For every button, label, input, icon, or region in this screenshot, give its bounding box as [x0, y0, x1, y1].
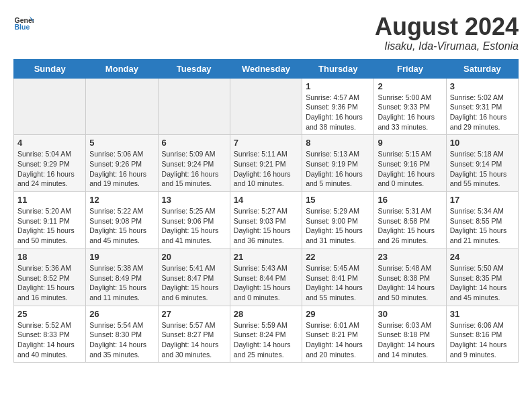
weekday-header: Thursday: [302, 59, 374, 78]
day-number: 2: [378, 81, 442, 91]
day-number: 18: [17, 252, 82, 262]
day-info: Sunrise: 5:38 AM Sunset: 8:49 PM Dayligh…: [89, 263, 154, 303]
logo: General Blue: [13, 13, 36, 34]
calendar-cell: 12Sunrise: 5:22 AM Sunset: 9:08 PM Dayli…: [86, 192, 158, 249]
day-info: Sunrise: 5:41 AM Sunset: 8:47 PM Dayligh…: [162, 263, 226, 303]
day-info: Sunrise: 5:43 AM Sunset: 8:44 PM Dayligh…: [234, 263, 298, 303]
day-number: 20: [162, 252, 226, 262]
calendar-week-row: 25Sunrise: 5:52 AM Sunset: 8:33 PM Dayli…: [14, 306, 519, 363]
day-info: Sunrise: 5:11 AM Sunset: 9:21 PM Dayligh…: [234, 149, 298, 189]
day-number: 14: [234, 195, 298, 205]
page-header: General Blue August 2024 Iisaku, Ida-Vir…: [13, 13, 519, 52]
calendar-cell: 3Sunrise: 5:02 AM Sunset: 9:31 PM Daylig…: [446, 78, 518, 135]
calendar-cell: 6Sunrise: 5:09 AM Sunset: 9:24 PM Daylig…: [158, 135, 230, 192]
day-number: 25: [17, 309, 82, 319]
day-info: Sunrise: 5:36 AM Sunset: 8:52 PM Dayligh…: [17, 263, 82, 303]
day-info: Sunrise: 5:06 AM Sunset: 9:26 PM Dayligh…: [89, 149, 154, 189]
day-info: Sunrise: 5:57 AM Sunset: 8:27 PM Dayligh…: [162, 320, 226, 360]
day-number: 11: [17, 195, 82, 205]
calendar-cell: [158, 78, 230, 135]
day-info: Sunrise: 5:22 AM Sunset: 9:08 PM Dayligh…: [89, 206, 154, 246]
day-info: Sunrise: 5:31 AM Sunset: 8:58 PM Dayligh…: [378, 206, 442, 246]
calendar-cell: 1Sunrise: 4:57 AM Sunset: 9:36 PM Daylig…: [302, 78, 374, 135]
day-info: Sunrise: 5:20 AM Sunset: 9:11 PM Dayligh…: [17, 206, 82, 246]
day-number: 10: [450, 138, 515, 148]
day-number: 23: [378, 252, 442, 262]
day-info: Sunrise: 5:54 AM Sunset: 8:30 PM Dayligh…: [89, 320, 154, 360]
calendar-cell: [230, 78, 302, 135]
day-number: 12: [89, 195, 154, 205]
day-info: Sunrise: 5:34 AM Sunset: 8:55 PM Dayligh…: [450, 206, 515, 246]
calendar-cell: 7Sunrise: 5:11 AM Sunset: 9:21 PM Daylig…: [230, 135, 302, 192]
day-number: 22: [306, 252, 370, 262]
calendar-header-row: SundayMondayTuesdayWednesdayThursdayFrid…: [14, 59, 519, 78]
day-info: Sunrise: 5:15 AM Sunset: 9:16 PM Dayligh…: [378, 149, 442, 189]
calendar-cell: 5Sunrise: 5:06 AM Sunset: 9:26 PM Daylig…: [86, 135, 158, 192]
weekday-header: Monday: [86, 59, 158, 78]
weekday-header: Wednesday: [230, 59, 302, 78]
calendar-cell: 21Sunrise: 5:43 AM Sunset: 8:44 PM Dayli…: [230, 248, 302, 306]
day-number: 28: [234, 309, 298, 319]
calendar-cell: 15Sunrise: 5:29 AM Sunset: 9:00 PM Dayli…: [302, 192, 374, 249]
day-info: Sunrise: 6:03 AM Sunset: 8:18 PM Dayligh…: [378, 320, 442, 360]
calendar-cell: 26Sunrise: 5:54 AM Sunset: 8:30 PM Dayli…: [86, 306, 158, 363]
day-info: Sunrise: 5:29 AM Sunset: 9:00 PM Dayligh…: [306, 206, 370, 246]
day-number: 27: [162, 309, 226, 319]
weekday-header: Friday: [374, 59, 446, 78]
day-number: 31: [450, 309, 515, 319]
day-info: Sunrise: 5:09 AM Sunset: 9:24 PM Dayligh…: [162, 149, 226, 189]
calendar-cell: 13Sunrise: 5:25 AM Sunset: 9:06 PM Dayli…: [158, 192, 230, 249]
day-number: 5: [89, 138, 154, 148]
day-info: Sunrise: 5:48 AM Sunset: 8:38 PM Dayligh…: [378, 263, 442, 303]
calendar-cell: 8Sunrise: 5:13 AM Sunset: 9:19 PM Daylig…: [302, 135, 374, 192]
day-number: 8: [306, 138, 370, 148]
calendar-table: SundayMondayTuesdayWednesdayThursdayFrid…: [13, 59, 519, 363]
day-info: Sunrise: 5:52 AM Sunset: 8:33 PM Dayligh…: [17, 320, 82, 360]
calendar-week-row: 11Sunrise: 5:20 AM Sunset: 9:11 PM Dayli…: [14, 192, 519, 249]
weekday-header: Sunday: [14, 59, 86, 78]
day-number: 1: [306, 81, 370, 91]
calendar-cell: [14, 78, 86, 135]
calendar-cell: 11Sunrise: 5:20 AM Sunset: 9:11 PM Dayli…: [14, 192, 86, 249]
calendar-cell: 20Sunrise: 5:41 AM Sunset: 8:47 PM Dayli…: [158, 248, 230, 306]
day-number: 3: [450, 81, 515, 91]
calendar-cell: [86, 78, 158, 135]
day-number: 24: [450, 252, 515, 262]
calendar-cell: 9Sunrise: 5:15 AM Sunset: 9:16 PM Daylig…: [374, 135, 446, 192]
location: Iisaku, Ida-Virumaa, Estonia: [375, 40, 519, 52]
calendar-cell: 31Sunrise: 6:06 AM Sunset: 8:16 PM Dayli…: [446, 306, 518, 363]
day-info: Sunrise: 5:27 AM Sunset: 9:03 PM Dayligh…: [234, 206, 298, 246]
day-number: 13: [162, 195, 226, 205]
calendar-cell: 27Sunrise: 5:57 AM Sunset: 8:27 PM Dayli…: [158, 306, 230, 363]
day-number: 6: [162, 138, 226, 148]
day-info: Sunrise: 5:25 AM Sunset: 9:06 PM Dayligh…: [162, 206, 226, 246]
day-info: Sunrise: 5:50 AM Sunset: 8:35 PM Dayligh…: [450, 263, 515, 303]
day-number: 30: [378, 309, 442, 319]
day-number: 26: [89, 309, 154, 319]
calendar-cell: 22Sunrise: 5:45 AM Sunset: 8:41 PM Dayli…: [302, 248, 374, 306]
logo-icon: General Blue: [13, 13, 34, 34]
day-number: 16: [378, 195, 442, 205]
calendar-cell: 30Sunrise: 6:03 AM Sunset: 8:18 PM Dayli…: [374, 306, 446, 363]
day-info: Sunrise: 5:45 AM Sunset: 8:41 PM Dayligh…: [306, 263, 370, 303]
day-number: 21: [234, 252, 298, 262]
calendar-week-row: 4Sunrise: 5:04 AM Sunset: 9:29 PM Daylig…: [14, 135, 519, 192]
day-number: 15: [306, 195, 370, 205]
calendar-week-row: 18Sunrise: 5:36 AM Sunset: 8:52 PM Dayli…: [14, 248, 519, 306]
calendar-cell: 14Sunrise: 5:27 AM Sunset: 9:03 PM Dayli…: [230, 192, 302, 249]
day-number: 17: [450, 195, 515, 205]
calendar-cell: 4Sunrise: 5:04 AM Sunset: 9:29 PM Daylig…: [14, 135, 86, 192]
day-info: Sunrise: 5:13 AM Sunset: 9:19 PM Dayligh…: [306, 149, 370, 189]
calendar-week-row: 1Sunrise: 4:57 AM Sunset: 9:36 PM Daylig…: [14, 78, 519, 135]
weekday-header: Saturday: [446, 59, 518, 78]
day-number: 4: [17, 138, 82, 148]
calendar-cell: 17Sunrise: 5:34 AM Sunset: 8:55 PM Dayli…: [446, 192, 518, 249]
svg-text:Blue: Blue: [15, 23, 30, 31]
calendar-cell: 10Sunrise: 5:18 AM Sunset: 9:14 PM Dayli…: [446, 135, 518, 192]
calendar-cell: 29Sunrise: 6:01 AM Sunset: 8:21 PM Dayli…: [302, 306, 374, 363]
calendar-cell: 25Sunrise: 5:52 AM Sunset: 8:33 PM Dayli…: [14, 306, 86, 363]
calendar-cell: 24Sunrise: 5:50 AM Sunset: 8:35 PM Dayli…: [446, 248, 518, 306]
title-area: August 2024 Iisaku, Ida-Virumaa, Estonia: [375, 13, 519, 52]
day-number: 29: [306, 309, 370, 319]
calendar-cell: 23Sunrise: 5:48 AM Sunset: 8:38 PM Dayli…: [374, 248, 446, 306]
